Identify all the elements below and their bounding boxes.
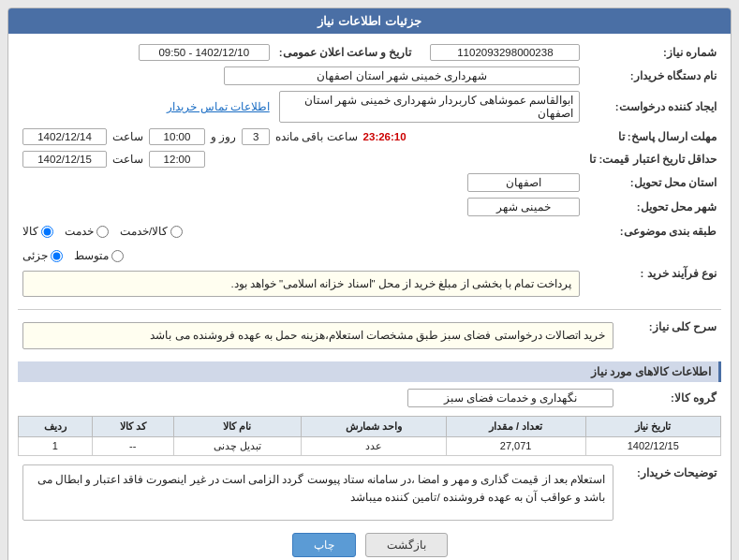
mohlatErsal-unit: روز و	[211, 130, 236, 143]
col-tarikh: تاریخ نیاز	[585, 416, 720, 436]
groupeKala-label: گروه کالا:	[618, 386, 721, 410]
page-title: جزئیات اطلاعات نیاز	[8, 8, 731, 34]
hadeaghar-label: حداقل تاریخ اعتبار قیمت: تا	[584, 148, 721, 170]
col-namKala: نام کالا	[173, 416, 301, 436]
namdastgah-label: نام دستگاه خریدار:	[584, 64, 721, 88]
cell-vahed: عدد	[301, 436, 446, 455]
noeFarayand-mottaset-item: متوسط	[74, 249, 124, 262]
mohlatErsal-time: 10:00	[149, 128, 205, 145]
tarikh-value: 1402/12/10 - 09:50	[139, 44, 270, 61]
shomareNiaz-label: شماره نیاز:	[584, 41, 721, 64]
cell-tedad: 27,071	[446, 436, 585, 455]
noeFarayand-jozii-item: جزئی	[22, 249, 63, 262]
sarkhKoli-label: سرح کلی نیاز:	[618, 316, 721, 355]
mohlatErsal-date: 1402/12/14	[22, 128, 107, 145]
namdastgah-value: شهرداری خمینی شهر استان اصفهان	[224, 66, 580, 85]
tabaghe-kala-label: کالا	[22, 225, 38, 238]
noeFarayand-note: پرداخت تمام با بخشی از مبلغ خرید از محل …	[22, 271, 580, 297]
tabaghe-kala-item: کالا	[22, 225, 53, 238]
ijanad-link[interactable]: اطلاعات تماس خریدار	[167, 101, 269, 112]
tabaghe-khadmat-radio[interactable]	[96, 226, 109, 238]
col-radif: ردیف	[19, 416, 93, 436]
ijanad-value: ابوالقاسم عموشاهی کاربردار شهرداری خمینی…	[279, 91, 581, 123]
items-table: تاریخ نیاز تعداد / مقدار واحد شمارش نام …	[18, 416, 721, 456]
buttons-row: بازگشت چاپ	[18, 533, 721, 557]
shahr-value: خمینی شهر	[467, 198, 580, 216]
sarkhKoli-value: خرید اتصالات درخواستی فضای سبز طبق مشخصا…	[22, 322, 613, 348]
tabaghe-label: طبقه بندی موضوعی:	[584, 219, 721, 243]
hadeaghar-date: 1402/12/15	[22, 151, 107, 168]
tarikh-label: تاریخ و ساعت اعلان عمومی:	[274, 41, 417, 64]
shahr-label: شهر محل تحویل:	[584, 195, 721, 219]
noeFarayand-jozii-radio[interactable]	[51, 250, 63, 262]
groupeKala-value: نگهداری و خدمات فضای سبز	[407, 389, 613, 407]
ostan-value: اصفهان	[467, 173, 580, 192]
description-value: استعلام بعد از قیمت گذاری و مهر و امضا ،…	[22, 464, 613, 521]
tabaghe-kala-khadmat-label: کالا/خدمت	[120, 225, 168, 238]
mohlatErsal-days: 3	[242, 128, 270, 145]
back-button[interactable]: بازگشت	[365, 533, 448, 557]
cell-namKala: تبدیل چدنی	[173, 436, 301, 455]
noeFarayand-mottaset-label: متوسط	[74, 249, 109, 262]
col-tedad: تعداد / مقدار	[446, 416, 585, 436]
mohlatErsal-label: مهلت ارسال پاسخ: تا	[584, 125, 721, 148]
ostan-label: استان محل تحویل:	[584, 170, 721, 195]
tabaghe-khadmat-label: خدمت	[65, 225, 94, 238]
description-label: توضیحات خریدار:	[618, 462, 721, 523]
cell-kodKala: --	[92, 436, 173, 455]
tabaghe-kala-khadmat-radio[interactable]	[170, 226, 183, 238]
hadeaghar-saet: ساعت	[112, 153, 143, 166]
mohlatErsal-saet: ساعت	[112, 130, 143, 143]
cell-radif: 1	[19, 436, 93, 455]
mohlatErsal-countdown: 23:26:10	[363, 131, 406, 142]
col-kodKala: کد کالا	[92, 416, 173, 436]
noeFarayand-mottaset-radio[interactable]	[111, 250, 124, 262]
tabaghe-kala-khadmat-item: کالا/خدمت	[120, 225, 183, 238]
tabaghe-kala-radio[interactable]	[41, 226, 53, 238]
table-row: 1402/12/15 27,071 عدد تبدیل چدنی -- 1	[19, 436, 721, 455]
shomareNiaz-value: 1102093298000238	[430, 44, 580, 61]
mohlatErsal-remaining: ساعت باقی مانده	[275, 130, 357, 143]
col-vahed: واحد شمارش	[301, 416, 446, 436]
noeFarayand-jozii-label: جزئی	[22, 249, 48, 262]
noeFarayand-label: نوع فرآیند خرید :	[584, 243, 721, 303]
print-button[interactable]: چاپ	[292, 533, 356, 557]
infoKala-title: اطلاعات کالاهای مورد نیاز	[18, 361, 721, 382]
cell-tarikh: 1402/12/15	[585, 436, 720, 455]
hadeaghar-time: 12:00	[149, 151, 205, 168]
tabaghe-khadmat-item: خدمت	[65, 225, 109, 238]
ijanad-label: ایجاد کننده درخواست:	[584, 88, 721, 125]
